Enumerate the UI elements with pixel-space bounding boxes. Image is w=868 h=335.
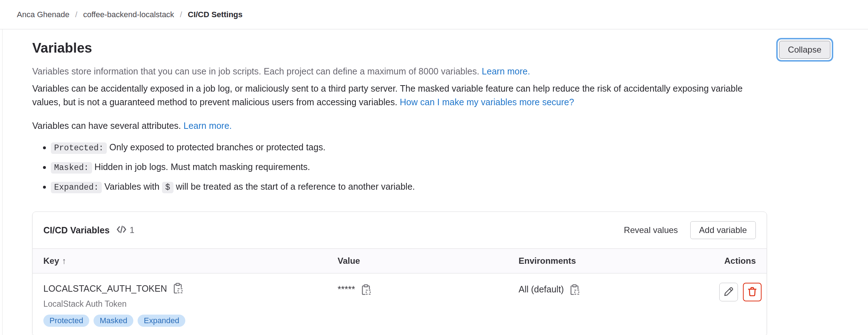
clipboard-icon: [360, 291, 372, 297]
breadcrumb-item-current: CI/CD Settings: [188, 10, 243, 19]
intro-text: Variables store information that you can…: [32, 66, 479, 76]
clipboard-icon: [172, 290, 183, 295]
breadcrumb-item-namespace[interactable]: Anca Ghenade: [17, 10, 70, 19]
variable-count: 1: [116, 224, 134, 236]
masked-description: Hidden in job logs. Must match masking r…: [95, 162, 310, 172]
masked-value: *****: [338, 284, 355, 295]
expanded-description-pre: Variables with: [104, 181, 159, 191]
attributes-paragraph: Variables can have several attributes. L…: [32, 119, 767, 132]
table-header-row: Key↑ Value Environments Actions: [33, 248, 767, 273]
variables-section-header: Variables Collapse: [32, 39, 833, 59]
dollar-code-chip: $: [162, 182, 173, 193]
list-item-expanded: Expanded: Variables with $ will be treat…: [51, 180, 767, 194]
sort-ascending-icon: ↑: [62, 256, 66, 266]
expanded-description: will be treated as the start of a refere…: [176, 181, 415, 191]
list-item-protected: Protected: Only exposed to protected bra…: [51, 140, 767, 155]
cicd-variables-card: CI/CD Variables 1 Reveal values Add vari…: [32, 212, 767, 335]
breadcrumb-separator: /: [75, 10, 77, 19]
warning-text: Variables can be accidentally exposed in…: [32, 83, 743, 107]
protected-code-chip: Protected:: [51, 142, 107, 154]
environment-scope: All (default): [519, 284, 564, 295]
copy-key-button[interactable]: [172, 283, 183, 294]
learn-more-link[interactable]: Learn more.: [482, 66, 530, 76]
key-cell: LOCALSTACK_AUTH_TOKEN: [43, 283, 338, 335]
page-title: Variables: [32, 39, 92, 57]
variables-description: Variables store information that you can…: [32, 64, 767, 335]
environments-cell: All (default): [519, 283, 719, 335]
copy-environment-button[interactable]: [569, 284, 580, 296]
protected-description: Only exposed to protected branches or pr…: [109, 142, 325, 152]
breadcrumb-separator: /: [180, 10, 182, 19]
value-cell: *****: [338, 283, 519, 335]
badge-expanded[interactable]: Expanded: [138, 315, 185, 327]
attribute-badges: Protected Masked Expanded: [43, 315, 338, 335]
expanded-code-chip: Expanded:: [51, 182, 102, 193]
delete-variable-button[interactable]: [743, 283, 762, 301]
edit-variable-button[interactable]: [719, 283, 738, 301]
list-item-masked: Masked: Hidden in job logs. Must match m…: [51, 160, 767, 175]
reveal-values-button[interactable]: Reveal values: [624, 225, 678, 235]
card-title: CI/CD Variables: [43, 225, 110, 236]
copy-value-button[interactable]: [360, 284, 372, 296]
attributes-learn-more-link[interactable]: Learn more.: [183, 121, 232, 131]
clipboard-icon: [569, 291, 580, 297]
breadcrumb-item-project[interactable]: coffee-backend-localstack: [83, 10, 174, 19]
secure-variables-link[interactable]: How can I make my variables more secure?: [400, 97, 574, 107]
masked-code-chip: Masked:: [51, 162, 92, 174]
pencil-icon: [724, 287, 734, 298]
badge-masked[interactable]: Masked: [94, 315, 133, 327]
code-icon: [116, 224, 127, 236]
warning-paragraph: Variables can be accidentally exposed in…: [32, 82, 767, 109]
cicd-settings-page: Variables Collapse Variables store infor…: [0, 29, 868, 335]
column-header-value: Value: [338, 256, 519, 266]
collapse-button[interactable]: Collapse: [779, 41, 830, 59]
card-header: CI/CD Variables 1 Reveal values Add vari…: [33, 212, 767, 248]
attributes-text: Variables can have several attributes.: [32, 121, 181, 131]
breadcrumb: Anca Ghenade / coffee-backend-localstack…: [0, 0, 868, 29]
variable-count-value: 1: [130, 225, 134, 235]
add-variable-button[interactable]: Add variable: [690, 221, 756, 239]
variable-key: LOCALSTACK_AUTH_TOKEN: [43, 283, 167, 294]
attributes-list: Protected: Only exposed to protected bra…: [51, 140, 767, 194]
column-header-key[interactable]: Key↑: [43, 256, 338, 266]
intro-paragraph: Variables store information that you can…: [32, 64, 767, 78]
actions-cell: [719, 283, 762, 335]
variable-description: LocalStack Auth Token: [43, 299, 338, 309]
variable-table-row: LOCALSTACK_AUTH_TOKEN: [33, 273, 767, 335]
trash-icon: [747, 287, 757, 298]
column-header-actions: Actions: [719, 256, 756, 266]
badge-protected[interactable]: Protected: [43, 315, 89, 327]
column-header-environments: Environments: [519, 256, 719, 266]
